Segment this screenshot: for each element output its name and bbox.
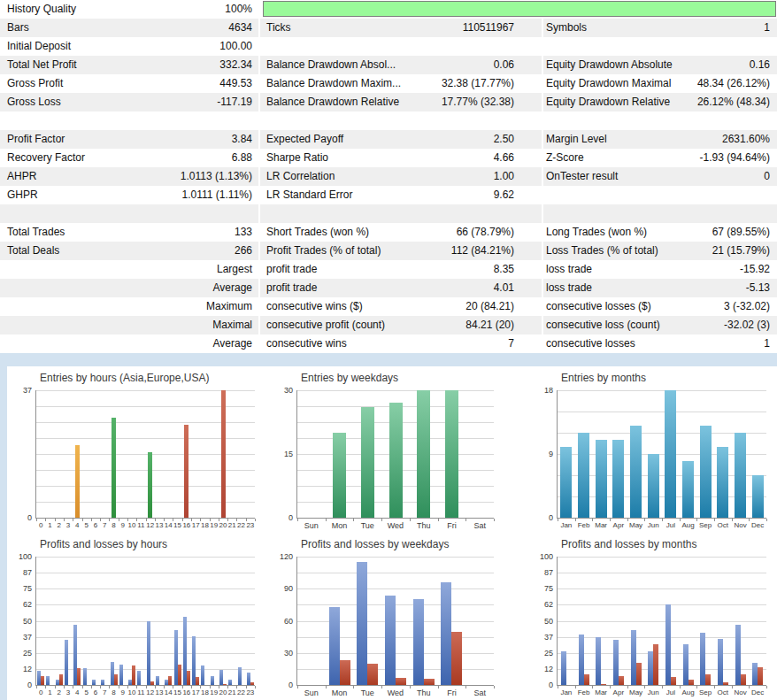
stat-value: 100.00: [219, 37, 252, 56]
stat-value: 3.84: [232, 130, 252, 149]
bar: [665, 390, 676, 518]
stat-label: consecutive wins: [266, 335, 347, 353]
losses-bar: [77, 668, 81, 685]
stats-cell-c2: LR Correlation1.00: [260, 167, 542, 186]
chart-profits-losses-by-hours: Profits and losses by hours1008775625037…: [7, 531, 265, 700]
bar: [700, 426, 712, 518]
profits-bar: [83, 668, 87, 685]
bar: [630, 426, 642, 518]
stat-value: 1.0111 (1.11%): [182, 186, 252, 204]
y-tick-label: 25: [7, 649, 32, 658]
stat-label: OnTester result: [546, 167, 618, 186]
stats-row: Gross Loss-117.19Balance Drawdown Relati…: [0, 93, 777, 112]
stat-value: 2631.60%: [722, 130, 770, 149]
stat-value: -32.02 (3): [724, 316, 770, 335]
stats-row: [0, 204, 777, 223]
stat-label: Symbols: [546, 19, 587, 37]
stat-value: Largest: [217, 260, 252, 279]
y-tick-label: 37: [7, 633, 32, 642]
stat-label: loss trade: [546, 260, 592, 279]
stat-value: Average: [213, 335, 252, 353]
stat-label: Initial Deposit: [7, 37, 71, 56]
stat-label: Balance Drawdown Relative: [266, 93, 399, 112]
stat-value: 332.34: [219, 56, 252, 74]
stats-cell-c3: [543, 204, 777, 223]
stat-value: Maximal: [212, 316, 252, 335]
x-tick-label: Sat: [463, 521, 496, 530]
bar: [596, 440, 607, 518]
stats-cell-c2: [260, 112, 542, 130]
y-tick-label: 50: [528, 617, 553, 626]
charts-left-band: [0, 366, 7, 700]
stat-label: LR Correlation: [266, 167, 335, 186]
stat-value: -15.92: [740, 260, 770, 279]
stat-label: Total Trades: [7, 223, 65, 242]
stat-label: GHPR: [7, 186, 38, 204]
profits-bar: [101, 680, 104, 685]
stat-value: 4.01: [494, 279, 514, 297]
stat-label: profit trade: [266, 260, 317, 279]
y-tick-label: 100: [7, 552, 32, 561]
chart-title: Profits and losses by hours: [40, 538, 167, 550]
losses-bar: [168, 676, 172, 685]
stats-row: [0, 112, 777, 130]
losses-bar: [340, 660, 350, 685]
y-tick-label: 25: [528, 649, 553, 658]
history-quality-progress-bar: [263, 1, 776, 17]
stat-label: loss trade: [546, 279, 592, 297]
profits-bar: [201, 665, 204, 685]
stat-value: 112 (84.21%): [451, 242, 514, 260]
stat-value: 0.06: [494, 56, 514, 74]
y-tick-label: 30: [268, 649, 293, 658]
stats-cell-c1: Largest: [0, 260, 258, 279]
stats-cell-c2: Profit Trades (% of total)112 (84.21%): [260, 242, 542, 260]
stats-cell-c1: Average: [0, 279, 258, 297]
charts-top-band: [0, 353, 777, 366]
stat-value: -117.19: [217, 93, 252, 112]
stat-value: 9.62: [494, 186, 514, 204]
stats-table: History Quality100%Bars4634Ticks11051196…: [0, 0, 777, 353]
stats-row: Gross Profit449.53Balance Drawdown Maxim…: [0, 74, 777, 93]
stats-cell-c3: [543, 186, 777, 204]
stats-cell-c3: [543, 37, 777, 56]
profits-bar: [156, 676, 159, 685]
bar: [361, 407, 374, 518]
bar: [417, 390, 430, 518]
stat-value: Average: [213, 279, 252, 297]
stats-cell-c1: [0, 112, 258, 130]
profits-bar: [665, 604, 671, 685]
stat-value: -5.13: [746, 279, 770, 297]
chart-entries-by-months: Entries by months1890JanFebMarAprMayJunJ…: [520, 366, 777, 531]
stat-value: Maximum: [206, 297, 252, 316]
stat-label: Equity Drawdown Relative: [546, 93, 670, 112]
losses-bar: [636, 663, 642, 685]
bar: [333, 433, 346, 518]
stats-row: Largestprofit trade8.35loss trade-15.92: [0, 260, 777, 279]
stats-cell-c2: Ticks110511967: [260, 19, 542, 37]
stats-row: Bars4634Ticks110511967Symbols1: [0, 19, 777, 37]
profits-bar: [219, 670, 223, 685]
stat-value: 66 (78.79%): [457, 223, 514, 242]
stat-label: Long Trades (won %): [546, 223, 647, 242]
stats-cell-c1: Gross Loss-117.19: [0, 93, 258, 112]
chart-profits-losses-by-months: Profits and losses by months100877562503…: [520, 531, 777, 700]
stat-label: Equity Drawdown Absolute: [546, 56, 673, 74]
y-tick-label: 18: [528, 386, 553, 395]
bar: [112, 418, 116, 518]
stats-row: Averageconsecutive wins7consecutive loss…: [0, 335, 777, 353]
stats-cell-c2: consecutive profit (count)84.21 (20): [260, 316, 542, 335]
stats-cell-c2: consecutive wins ($)20 (84.21): [260, 297, 542, 316]
stats-cell-c3: consecutive losses1: [543, 335, 777, 353]
y-tick-label: 0: [7, 513, 32, 522]
losses-bar: [601, 684, 606, 685]
stat-label: Gross Profit: [7, 74, 63, 93]
stat-label: consecutive losses ($): [546, 297, 651, 316]
y-tick-label: 12: [528, 665, 553, 673]
stats-cell-c3: Margin Level2631.60%: [543, 130, 777, 149]
stat-value: 26.12% (48.34): [697, 93, 770, 112]
profits-bar: [596, 637, 601, 685]
chart-title: Entries by hours (Asia,Europe,USA): [40, 372, 209, 384]
stat-value: 100%: [225, 0, 252, 19]
bar: [648, 454, 659, 518]
stats-cell-c3: Loss Trades (% of total)21 (15.79%): [543, 242, 777, 260]
